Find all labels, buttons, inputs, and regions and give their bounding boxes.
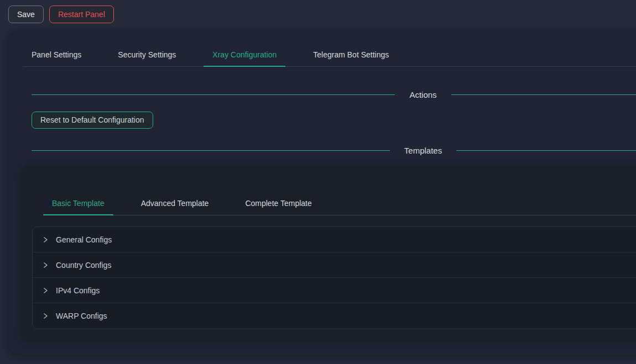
tab-complete-template[interactable]: Complete Template [236,192,320,215]
tab-telegram-bot-settings[interactable]: Telegram Bot Settings [304,44,398,66]
tab-basic-template[interactable]: Basic Template [43,192,113,215]
tab-panel-settings[interactable]: Panel Settings [23,44,90,66]
collapse-country-configs[interactable]: Country Configs [33,252,636,278]
actions-divider-label: Actions [395,90,451,99]
templates-divider-label: Templates [390,146,456,155]
collapse-label: IPv4 Configs [56,286,100,295]
save-button[interactable]: Save [8,6,44,23]
top-toolbar: Save Restart Panel [0,0,636,28]
tab-xray-configuration[interactable]: Xray Configuration [204,44,285,66]
template-config-collapse: General Configs Country Configs IPv4 Con… [32,226,636,329]
collapse-ipv4-configs[interactable]: IPv4 Configs [33,278,636,303]
settings-card: Panel Settings Security Settings Xray Co… [8,30,636,354]
collapse-general-configs[interactable]: General Configs [33,227,636,252]
tab-security-settings[interactable]: Security Settings [109,44,185,66]
templates-card: Basic Template Advanced Template Complet… [21,166,636,339]
template-tabs: Basic Template Advanced Template Complet… [43,192,636,215]
chevron-right-icon [42,287,49,294]
collapse-label: General Configs [56,235,112,244]
chevron-right-icon [42,262,49,268]
collapse-label: WARP Configs [56,312,107,320]
collapse-warp-configs[interactable]: WARP Configs [33,303,636,329]
reset-to-default-button[interactable]: Reset to Default Configuration [32,112,153,129]
collapse-label: Country Configs [56,261,111,270]
settings-tabs: Panel Settings Security Settings Xray Co… [23,44,636,67]
templates-divider: Templates [32,146,636,155]
restart-panel-button[interactable]: Restart Panel [49,6,114,23]
chevron-right-icon [42,236,49,243]
tab-advanced-template[interactable]: Advanced Template [132,192,218,215]
actions-divider: Actions [32,90,636,99]
chevron-right-icon [42,313,49,319]
